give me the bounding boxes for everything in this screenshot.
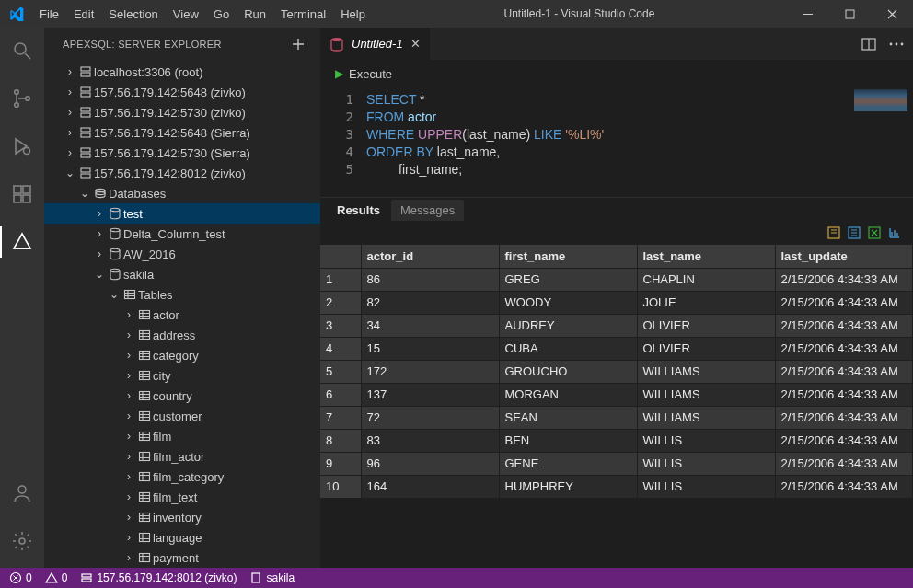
database-node[interactable]: ⌄sakila <box>44 264 320 284</box>
table-node[interactable]: ›category <box>44 345 320 365</box>
cell[interactable]: 34 <box>361 314 499 337</box>
cell[interactable]: BEN <box>499 429 637 452</box>
column-header[interactable]: first_name <box>499 245 637 268</box>
menu-selection[interactable]: Selection <box>101 0 165 28</box>
cell[interactable]: OLIVIER <box>637 314 775 337</box>
cell[interactable]: 2/15/2006 4:34:33 AM <box>775 383 913 406</box>
table-row[interactable]: 334AUDREYOLIVIER2/15/2006 4:34:33 AM <box>320 314 913 337</box>
cell[interactable]: 2/15/2006 4:34:33 AM <box>775 360 913 383</box>
table-node[interactable]: ›payment <box>44 548 320 568</box>
cell[interactable]: 2/15/2006 4:34:33 AM <box>775 291 913 314</box>
menu-help[interactable]: Help <box>333 0 373 28</box>
database-node[interactable]: ›AW_2016 <box>44 244 320 264</box>
cell[interactable]: WILLIS <box>637 475 775 498</box>
table-node[interactable]: ›film_actor <box>44 446 320 467</box>
table-row[interactable]: 10164HUMPHREYWILLIS2/15/2006 4:34:33 AM <box>320 475 913 498</box>
cell[interactable]: WILLIAMS <box>637 406 775 429</box>
add-connection-button[interactable] <box>291 37 306 52</box>
cell[interactable]: 2/15/2006 4:34:33 AM <box>775 475 913 498</box>
cell[interactable]: 164 <box>361 475 499 498</box>
server-node[interactable]: ›157.56.179.142:5648 (Sierra) <box>44 122 320 143</box>
cell[interactable]: 2/15/2006 4:34:33 AM <box>775 314 913 337</box>
cell[interactable]: WILLIAMS <box>637 383 775 406</box>
accounts-icon[interactable] <box>0 478 44 509</box>
table-node[interactable]: ›address <box>44 325 320 345</box>
table-node[interactable]: ›customer <box>44 406 320 426</box>
menu-go[interactable]: Go <box>206 0 237 28</box>
table-node[interactable]: ›language <box>44 527 320 548</box>
table-node[interactable]: ›film_text <box>44 487 320 507</box>
cell[interactable]: 2/15/2006 4:34:33 AM <box>775 429 913 452</box>
table-node[interactable]: ›actor <box>44 305 320 325</box>
play-icon[interactable]: ▶ <box>335 67 343 80</box>
search-icon[interactable] <box>0 35 44 66</box>
status-warnings[interactable]: 0 <box>45 571 68 584</box>
cell[interactable]: 137 <box>361 383 499 406</box>
extensions-icon[interactable] <box>0 179 44 210</box>
server-node[interactable]: ›157.56.179.142:5648 (zivko) <box>44 82 320 102</box>
export-json-icon[interactable] <box>826 225 841 240</box>
menu-edit[interactable]: Edit <box>66 0 101 28</box>
close-tab-icon[interactable]: ✕ <box>410 37 421 51</box>
cell[interactable]: WILLIAMS <box>637 360 775 383</box>
cell[interactable]: SEAN <box>499 406 637 429</box>
cell[interactable]: GENE <box>499 452 637 475</box>
cell[interactable]: GROUCHO <box>499 360 637 383</box>
chart-icon[interactable] <box>887 225 902 240</box>
tables-folder[interactable]: ⌄Tables <box>44 284 320 305</box>
more-actions-icon[interactable] <box>889 42 904 46</box>
server-node[interactable]: ›157.56.179.142:5730 (zivko) <box>44 102 320 122</box>
table-row[interactable]: 772SEANWILLIAMS2/15/2006 4:34:33 AM <box>320 406 913 429</box>
databases-folder[interactable]: ⌄Databases <box>44 183 320 203</box>
status-errors[interactable]: 0 <box>9 571 32 584</box>
database-node[interactable]: ›test <box>44 203 320 224</box>
tab-results[interactable]: Results <box>328 200 389 221</box>
table-node[interactable]: ›film <box>44 426 320 446</box>
table-row[interactable]: 415CUBAOLIVIER2/15/2006 4:34:33 AM <box>320 337 913 360</box>
cell[interactable]: WILLIS <box>637 452 775 475</box>
cell[interactable]: WILLIS <box>637 429 775 452</box>
source-control-icon[interactable] <box>0 83 44 114</box>
menu-run[interactable]: Run <box>237 0 273 28</box>
cell[interactable]: GREG <box>499 268 637 291</box>
cell[interactable]: HUMPHREY <box>499 475 637 498</box>
table-row[interactable]: 186GREGCHAPLIN2/15/2006 4:34:33 AM <box>320 268 913 291</box>
split-editor-icon[interactable] <box>861 37 876 52</box>
cell[interactable]: CHAPLIN <box>637 268 775 291</box>
cell[interactable]: 2/15/2006 4:34:33 AM <box>775 452 913 475</box>
settings-gear-icon[interactable] <box>0 525 44 557</box>
cell[interactable]: 82 <box>361 291 499 314</box>
database-node[interactable]: ›Delta_Column_test <box>44 224 320 244</box>
status-database[interactable]: sakila <box>249 571 295 584</box>
code-editor[interactable]: 12345 SELECT * FROM actor WHERE UPPER(la… <box>320 87 913 197</box>
cell[interactable]: 172 <box>361 360 499 383</box>
server-node[interactable]: ›localhost:3306 (root) <box>44 62 320 82</box>
table-node[interactable]: ›city <box>44 365 320 386</box>
execute-button[interactable]: Execute <box>349 67 392 81</box>
server-node[interactable]: ›157.56.179.142:5730 (Sierra) <box>44 143 320 163</box>
table-row[interactable]: 883BENWILLIS2/15/2006 4:34:33 AM <box>320 429 913 452</box>
cell[interactable]: 2/15/2006 4:34:33 AM <box>775 406 913 429</box>
table-row[interactable]: 6137MORGANWILLIAMS2/15/2006 4:34:33 AM <box>320 383 913 406</box>
cell[interactable]: WOODY <box>499 291 637 314</box>
table-node[interactable]: ›inventory <box>44 507 320 527</box>
maximize-button[interactable] <box>828 0 871 28</box>
menu-file[interactable]: File <box>32 0 66 28</box>
cell[interactable]: 96 <box>361 452 499 475</box>
cell[interactable]: JOLIE <box>637 291 775 314</box>
server-node[interactable]: ⌄157.56.179.142:8012 (zivko) <box>44 163 320 183</box>
cell[interactable]: 2/15/2006 4:34:33 AM <box>775 337 913 360</box>
cell[interactable]: AUDREY <box>499 314 637 337</box>
table-row[interactable]: 996GENEWILLIS2/15/2006 4:34:33 AM <box>320 452 913 475</box>
menu-view[interactable]: View <box>166 0 206 28</box>
apexsql-icon[interactable] <box>0 226 44 258</box>
close-window-button[interactable] <box>871 0 913 28</box>
status-connection[interactable]: 157.56.179.142:8012 (zivko) <box>80 571 237 584</box>
minimap[interactable] <box>849 87 913 197</box>
cell[interactable]: 72 <box>361 406 499 429</box>
server-tree[interactable]: ›localhost:3306 (root)›157.56.179.142:56… <box>44 60 320 568</box>
cell[interactable]: 83 <box>361 429 499 452</box>
tab-messages[interactable]: Messages <box>391 200 464 221</box>
cell[interactable]: OLIVIER <box>637 337 775 360</box>
editor-tab[interactable]: Untitled-1 ✕ <box>320 28 431 60</box>
